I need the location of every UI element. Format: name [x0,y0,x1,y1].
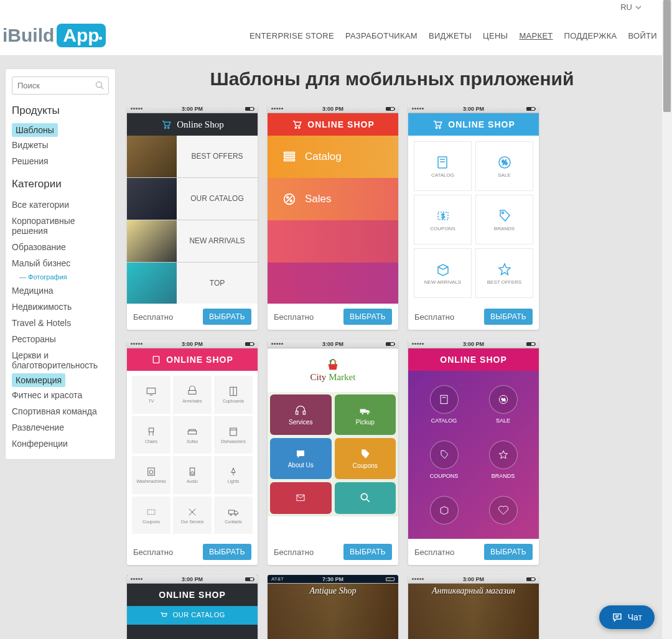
template-card[interactable]: 3:00 PM ONLINE SHOP CATALOG %SALE COUPON… [408,340,539,565]
card-footer: Бесплатно ВЫБРАТЬ [268,304,398,330]
template-card[interactable]: 3:00 PM Антикварный магазин [408,575,539,639]
card-footer: Бесплатно ВЫБРАТЬ [408,304,539,330]
nav-widgets[interactable]: ВИДЖЕТЫ [429,31,472,40]
template-card[interactable]: 3:00 PM ONLINE SHOP Catalog Sales Беспла… [268,105,398,330]
nav-pricing[interactable]: ЦЕНЫ [483,31,508,40]
svg-point-52 [367,413,369,414]
svg-rect-15 [438,157,447,168]
template-card[interactable]: 3:00 PM City Market Services Pickup Abou… [268,340,398,565]
phone-statusbar: 3:00 PM [408,105,539,113]
row-label: Catalog [305,151,342,163]
template-preview: 3:00 PM ONLINE SHOP TV Armchairs Cupboar… [127,340,258,539]
sidebar-cat-realestate[interactable]: Недвижимость [12,299,109,315]
sidebar-cat-corporate[interactable]: Корпоративные решения [12,213,109,239]
truck-icon [359,404,371,417]
svg-point-2 [165,127,166,128]
sidebar-cat-smallbiz[interactable]: Малый бизнес [12,255,109,271]
svg-rect-8 [284,159,295,161]
select-button[interactable]: ВЫБРАТЬ [484,309,533,325]
sidebar-cat-all[interactable]: Все категории [12,197,109,213]
svg-rect-35 [148,468,155,475]
search-box [12,77,109,95]
topbar: RU [0,0,672,16]
sidebar-cat-church[interactable]: Церкви и благотворительность [12,347,109,373]
heart-icon [497,504,510,516]
sidebar-item-solutions[interactable]: Решения [12,153,109,169]
logo[interactable]: iBuild App [2,24,106,47]
select-button[interactable]: ВЫБРАТЬ [203,544,251,560]
sidebar-cat-conferences[interactable]: Конференции [12,436,109,452]
card-footer: Бесплатно ВЫБРАТЬ [268,539,398,565]
select-button[interactable]: ВЫБРАТЬ [203,309,251,325]
search-icon [95,81,104,90]
template-preview: 3:00 PM ONLINE SHOP Catalog Sales [268,105,398,304]
svg-rect-53 [297,495,304,501]
shop-icon [151,355,161,365]
chevron-down-icon [635,4,642,11]
phone-statusbar: 3:00 PM [268,340,398,348]
logo-word-1: City [310,372,327,382]
sidebar-cat-sports[interactable]: Спортивная команда [12,403,109,419]
svg-rect-33 [230,428,237,436]
search-input[interactable] [12,77,109,95]
page-scrollbar[interactable] [662,0,672,639]
row-label: TOP [177,279,258,289]
catalog-icon [436,155,450,170]
sidebar-products-heading: Продукты [12,105,109,117]
nav-developers[interactable]: РАЗРАБОТЧИКАМ [345,31,418,40]
sidebar-cat-restaurants[interactable]: Рестораны [12,331,109,347]
tag-icon [359,448,371,460]
select-button[interactable]: ВЫБРАТЬ [343,544,392,560]
svg-rect-29 [149,428,154,432]
nav-login[interactable]: ВОЙТИ [628,31,657,40]
sidebar-cat-commerce[interactable]: Коммерция [12,373,65,387]
svg-point-10 [287,197,289,198]
sidebar-cat-medicine[interactable]: Медицина [12,282,109,299]
language-selector[interactable]: RU [620,2,642,12]
app-header: ONLINE SHOP [408,348,539,371]
select-button[interactable]: ВЫБРАТЬ [343,309,392,325]
svg-point-45 [235,514,236,515]
svg-line-1 [101,87,104,90]
sidebar-cat-fitness[interactable]: Фитнес и красота [12,387,109,403]
chat-widget[interactable]: Чат [599,605,655,629]
template-card[interactable]: 3:00 PM ONLINE SHOP TV Armchairs Cupboar… [127,340,258,565]
coupon-icon: $ [436,208,450,223]
percent-icon [282,192,296,206]
audio-icon [187,466,198,477]
template-card[interactable]: 3:00 PM ONLINE SHOP OUR CATALOG [127,575,258,639]
svg-rect-26 [189,391,196,394]
cell-label: COUPONS [430,226,455,231]
sidebar-item-templates[interactable]: Шаблоны [12,123,58,137]
svg-rect-7 [284,156,295,157]
light-icon [228,466,239,477]
sidebar-cat-travel[interactable]: Travel & Hotels [12,315,109,331]
app-title: Антикварный магазин [432,586,515,596]
sidebar-cat-entertainment[interactable]: Развлечение [12,419,109,436]
box-icon [436,262,450,277]
app-header: City Market [268,348,398,392]
svg-rect-50 [360,409,365,413]
tv-icon [146,386,157,397]
nav-support[interactable]: ПОДДЕРЖКА [564,31,617,40]
cart-icon [159,611,168,620]
info-icon [294,449,307,460]
app-title: Antique Shop [309,586,356,596]
template-card[interactable]: AT&T7:30 PM Antique Shop [268,575,398,639]
sidebar-categories-heading: Категории [12,178,109,190]
template-card[interactable]: 3:00 PM Online Shop BEST OFFERS OUR CATA… [127,105,258,330]
nav-market[interactable]: МАРКЕТ [519,31,553,40]
select-button[interactable]: ВЫБРАТЬ [484,544,533,560]
svg-text:$: $ [441,213,445,220]
sidebar-item-widgets[interactable]: Виджеты [12,137,109,153]
row-label: Sales [305,193,332,205]
cell-label: CATALOG [431,172,454,178]
sidebar-subcat-photo[interactable]: Фотография [19,271,109,282]
nav-enterprise-store[interactable]: ENTERPRISE STORE [250,31,334,40]
template-card[interactable]: 3:00 PM ONLINE SHOP CATALOG %SALE $COUPO… [408,105,539,330]
sidebar-cat-education[interactable]: Образование [12,239,109,255]
svg-point-36 [149,470,153,474]
sale-icon: % [497,155,512,170]
mail-icon [294,493,307,503]
price-label: Бесплатно [414,312,454,322]
